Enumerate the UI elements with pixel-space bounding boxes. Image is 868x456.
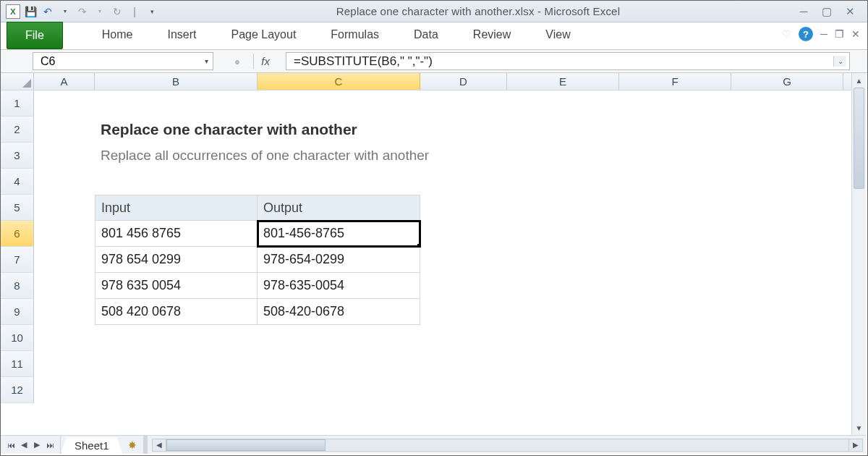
subtitle-cell[interactable]: Replace all occurrences of one character… <box>95 143 258 169</box>
title-cell[interactable]: Replace one character with another <box>95 117 258 143</box>
cell[interactable] <box>420 90 507 117</box>
save-icon[interactable]: 💾 <box>22 4 38 20</box>
cell[interactable] <box>34 169 95 195</box>
expand-formula-bar-icon[interactable]: ⌄ <box>833 56 846 67</box>
cell[interactable] <box>507 351 619 377</box>
row-header[interactable]: 12 <box>1 377 34 403</box>
redo-icon[interactable]: ↷ <box>75 4 90 20</box>
minimize-ribbon-icon[interactable]: ♡ <box>782 28 791 40</box>
cell[interactable] <box>731 195 843 221</box>
cell[interactable] <box>507 325 619 351</box>
cell[interactable] <box>619 221 731 247</box>
undo-dropdown-icon[interactable]: ▾ <box>57 4 73 20</box>
cell-C9[interactable]: 508-420-0678 <box>258 299 420 325</box>
cell[interactable] <box>507 195 619 221</box>
cell[interactable] <box>619 299 731 325</box>
select-all-corner[interactable] <box>1 73 34 90</box>
qat-customize-icon[interactable]: ▾ <box>144 4 160 20</box>
first-sheet-icon[interactable]: ⏮ <box>5 441 17 449</box>
redo-dropdown-icon[interactable]: ▾ <box>92 4 108 20</box>
cell[interactable] <box>619 195 731 221</box>
cell[interactable] <box>34 195 95 221</box>
formula-input[interactable]: =SUBSTITUTE(B6," ","-") ⌄ <box>286 52 850 70</box>
scroll-right-icon[interactable]: ▶ <box>848 439 863 452</box>
tab-insert[interactable]: Insert <box>150 22 213 49</box>
close-button[interactable]: ✕ <box>843 5 857 18</box>
cell[interactable] <box>420 377 507 403</box>
tab-data[interactable]: Data <box>396 22 456 49</box>
row-header[interactable]: 2 <box>1 117 34 143</box>
cell[interactable] <box>34 90 95 117</box>
row-header[interactable]: 9 <box>1 299 34 325</box>
cell[interactable] <box>34 351 95 377</box>
vscroll-thumb[interactable] <box>854 88 864 189</box>
cell[interactable] <box>420 273 507 299</box>
cell[interactable] <box>507 377 619 403</box>
repeat-icon[interactable]: ↻ <box>109 4 125 20</box>
cell[interactable] <box>420 325 507 351</box>
workbook-restore-icon[interactable]: ❐ <box>835 28 844 40</box>
cell[interactable] <box>731 221 843 247</box>
last-sheet-icon[interactable]: ⏭ <box>44 441 56 449</box>
cell[interactable] <box>731 169 843 195</box>
cell[interactable] <box>731 117 843 143</box>
scroll-left-icon[interactable]: ◀ <box>152 439 166 452</box>
cell[interactable] <box>507 221 619 247</box>
prev-sheet-icon[interactable]: ◀ <box>18 440 30 449</box>
excel-app-icon[interactable] <box>5 4 21 20</box>
cell[interactable] <box>507 273 619 299</box>
cell[interactable] <box>731 247 843 273</box>
hscroll-thumb[interactable] <box>166 439 326 451</box>
tab-formulas[interactable]: Formulas <box>313 22 396 49</box>
cell[interactable] <box>619 351 731 377</box>
cell[interactable] <box>34 247 95 273</box>
cell[interactable] <box>420 195 507 221</box>
undo-icon[interactable]: ↶ <box>40 4 56 20</box>
cell-B8[interactable]: 978 635 0054 <box>95 273 258 299</box>
cell[interactable] <box>34 221 95 247</box>
help-icon[interactable]: ? <box>799 27 813 41</box>
cell[interactable] <box>34 117 95 143</box>
vscroll-track[interactable] <box>852 88 866 421</box>
cell[interactable] <box>34 377 95 403</box>
row-header[interactable]: 11 <box>1 351 34 377</box>
new-sheet-icon[interactable]: ✸ <box>123 436 142 454</box>
cell-B6[interactable]: 801 456 8765 <box>95 221 258 247</box>
cell-C7[interactable]: 978-654-0299 <box>258 247 420 273</box>
cell[interactable] <box>95 169 258 195</box>
col-header-A[interactable]: A <box>34 73 95 90</box>
cell-B7[interactable]: 978 654 0299 <box>95 247 258 273</box>
tab-page-layout[interactable]: Page Layout <box>213 22 313 49</box>
cell[interactable] <box>731 377 843 403</box>
cell[interactable] <box>258 325 420 351</box>
sheet-tab[interactable]: Sheet1 <box>61 437 123 454</box>
cell[interactable] <box>731 299 843 325</box>
row-header[interactable]: 6 <box>1 221 34 247</box>
row-header[interactable]: 7 <box>1 247 34 273</box>
cell[interactable] <box>420 247 507 273</box>
cell[interactable] <box>619 325 731 351</box>
col-header-D[interactable]: D <box>420 73 507 90</box>
cell[interactable] <box>258 351 420 377</box>
tab-view[interactable]: View <box>528 22 587 49</box>
cell[interactable] <box>731 273 843 299</box>
cell[interactable] <box>34 143 95 169</box>
cell[interactable] <box>420 143 507 169</box>
name-box-dropdown-icon[interactable]: ▾ <box>205 57 208 65</box>
table-header-output[interactable]: Output <box>258 195 420 221</box>
spreadsheet-grid[interactable]: A B C D E F G 1 2 Replace one character … <box>1 73 851 435</box>
col-header-F[interactable]: F <box>619 73 731 90</box>
cell[interactable] <box>258 143 420 169</box>
fx-icon[interactable]: fx <box>253 54 277 69</box>
cell[interactable] <box>507 247 619 273</box>
cell[interactable] <box>619 117 731 143</box>
cell[interactable] <box>420 117 507 143</box>
cell[interactable] <box>258 117 420 143</box>
row-header[interactable]: 4 <box>1 169 34 195</box>
cell[interactable] <box>619 169 731 195</box>
cell[interactable] <box>258 90 420 117</box>
scroll-down-icon[interactable]: ▼ <box>852 421 866 435</box>
col-header-C[interactable]: C <box>258 73 420 90</box>
tab-review[interactable]: Review <box>456 22 528 49</box>
cell[interactable] <box>258 377 420 403</box>
